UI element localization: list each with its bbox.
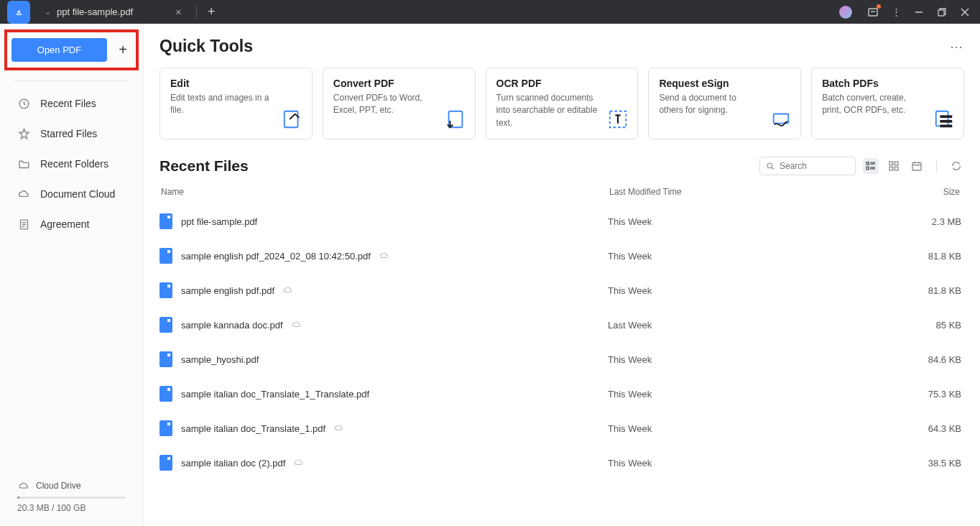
svg-rect-14: [936, 111, 948, 126]
sidebar-item-recent-files[interactable]: Recent Files: [4, 88, 139, 119]
file-name: sample english pdf.pdf: [181, 285, 274, 296]
recent-files-heading: Recent Files: [160, 157, 752, 175]
kebab-menu-icon[interactable]: ⋮: [889, 6, 902, 19]
file-name: sample_hyoshi.pdf: [181, 354, 259, 365]
request-esign-card[interactable]: Request eSignSend a document to others f…: [648, 68, 801, 139]
file-name: ppt file-sample.pdf: [181, 216, 257, 227]
close-window-icon[interactable]: [958, 6, 971, 19]
card-icon: [933, 109, 955, 130]
sidebar-item-label: Recent Folders: [40, 158, 108, 170]
table-row[interactable]: sample italian doc_Translate_1.pdfThis W…: [160, 411, 964, 446]
file-name: sample kannada doc.pdf: [181, 320, 283, 331]
table-row[interactable]: sample english pdf.pdfThis Week81.8 KB: [160, 273, 964, 308]
search-input[interactable]: [780, 161, 849, 171]
pdf-file-icon: [160, 386, 172, 402]
svg-rect-27: [895, 162, 898, 165]
edit-card[interactable]: EditEdit texts and images in a file.: [160, 68, 313, 139]
sidebar-item-recent-folders[interactable]: Recent Folders: [4, 149, 139, 179]
card-icon: [282, 109, 303, 130]
card-icon: [770, 109, 792, 130]
file-modified: This Week: [608, 423, 852, 434]
svg-rect-30: [912, 163, 921, 171]
clock-icon: [17, 97, 30, 110]
storage-progress-bar: [17, 497, 126, 499]
pdf-file-icon: [160, 282, 172, 298]
svg-rect-28: [889, 167, 893, 171]
sidebar-item-starred-files[interactable]: Starred Files: [4, 119, 139, 149]
card-icon: [445, 109, 466, 130]
table-row[interactable]: sample italian doc (2).pdfThis Week38.5 …: [160, 446, 964, 480]
card-description: Turn scanned documents into searchable o…: [496, 92, 599, 129]
svg-point-18: [767, 163, 772, 168]
file-size: 64.3 KB: [852, 423, 964, 434]
file-name: sample english pdf_2024_02_08 10:42:50.p…: [181, 251, 371, 262]
app-logo-icon: ▵: [7, 1, 30, 24]
open-pdf-button[interactable]: Open PDF: [11, 38, 107, 62]
pdf-file-icon: [160, 248, 172, 264]
cloud-sync-icon: [292, 320, 302, 330]
grid-view-icon[interactable]: [886, 158, 902, 174]
ocr-pdf-card[interactable]: OCR PDFTurn scanned documents into searc…: [486, 68, 639, 139]
table-row[interactable]: sample_hyoshi.pdfThis Week84.6 KB: [160, 342, 964, 377]
sidebar-item-label: Document Cloud: [40, 188, 115, 200]
quick-tools-more-icon[interactable]: ⋯: [950, 39, 964, 55]
notification-icon[interactable]: [866, 6, 879, 19]
file-modified: This Week: [608, 216, 852, 227]
maximize-window-icon[interactable]: [935, 6, 948, 19]
svg-rect-26: [889, 162, 893, 165]
new-tab-button[interactable]: +: [203, 4, 220, 21]
list-view-icon[interactable]: [863, 158, 879, 174]
convert-pdf-card[interactable]: Convert PDFConvert PDFs to Word, Excel, …: [323, 68, 476, 139]
file-name: sample italian doc (2).pdf: [181, 458, 285, 469]
cloud-icon: [17, 188, 30, 200]
sidebar-item-label: Recent Files: [40, 98, 96, 109]
svg-rect-29: [895, 167, 898, 171]
col-name: Name: [161, 187, 609, 197]
document-tab[interactable]: ⌄ ppt file-sample.pdf ×: [37, 1, 190, 24]
minimize-window-icon[interactable]: [912, 6, 925, 19]
calendar-view-icon[interactable]: [909, 158, 925, 174]
card-title: Request eSign: [659, 78, 790, 89]
pdf-file-icon: [160, 213, 172, 229]
sidebar-item-document-cloud[interactable]: Document Cloud: [4, 179, 139, 209]
sidebar-item-label: Starred Files: [40, 128, 97, 139]
pdf-file-icon: [160, 420, 172, 436]
batch-pdfs-card[interactable]: Batch PDFsBatch convert, create, print, …: [811, 68, 964, 139]
cloud-drive-icon: [17, 479, 30, 492]
table-row[interactable]: sample italian doc_Translate_1_Translate…: [160, 377, 964, 411]
file-modified: This Week: [608, 251, 852, 262]
cloud-sync-icon: [334, 423, 344, 433]
tab-chevron-icon: ⌄: [45, 7, 51, 17]
pdf-file-icon: [160, 455, 172, 471]
card-title: Convert PDF: [333, 78, 465, 89]
cloud-drive-label: Cloud Drive: [36, 481, 81, 491]
cloud-sync-icon: [294, 458, 304, 468]
add-file-icon[interactable]: +: [114, 42, 131, 58]
user-avatar[interactable]: [839, 6, 852, 19]
file-modified: This Week: [608, 458, 852, 469]
cloud-sync-icon: [379, 251, 389, 261]
close-tab-icon[interactable]: ×: [173, 7, 183, 17]
card-title: OCR PDF: [496, 78, 628, 89]
titlebar: ▵ ⌄ ppt file-sample.pdf × + ⋮: [0, 0, 980, 24]
file-size: 85 KB: [852, 320, 964, 331]
svg-rect-0: [869, 9, 877, 16]
file-modified: This Week: [608, 285, 852, 296]
table-row[interactable]: ppt file-sample.pdfThis Week2.3 MB: [160, 204, 964, 239]
pdf-file-icon: [160, 351, 172, 367]
file-size: 38.5 KB: [852, 458, 964, 469]
search-box[interactable]: [759, 157, 856, 175]
file-size: 84.6 KB: [852, 354, 964, 365]
card-title: Batch PDFs: [822, 78, 953, 89]
file-modified: Last Week: [608, 320, 852, 331]
table-row[interactable]: sample kannada doc.pdfLast Week85 KB: [160, 308, 964, 342]
table-row[interactable]: sample english pdf_2024_02_08 10:42:50.p…: [160, 239, 964, 273]
folder-icon: [17, 157, 30, 170]
card-title: Edit: [170, 78, 302, 89]
file-size: 2.3 MB: [852, 216, 964, 227]
sidebar-item-agreement[interactable]: Agreement: [4, 209, 139, 239]
document-icon: [17, 218, 30, 231]
svg-rect-16: [940, 120, 952, 123]
svg-rect-23: [866, 167, 869, 170]
refresh-icon[interactable]: [948, 158, 964, 174]
